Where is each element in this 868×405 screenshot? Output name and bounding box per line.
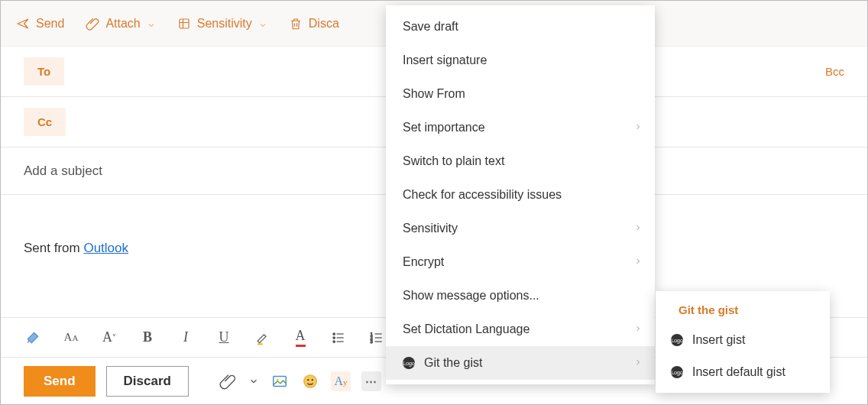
menu-item-label: Sensitivity xyxy=(403,222,458,235)
more-options-button[interactable]: ⋯ xyxy=(361,371,381,391)
submenu-item-insert-default-gist[interactable]: LogoInsert default gist xyxy=(656,356,830,388)
discard-button[interactable]: Discard xyxy=(106,366,189,397)
bullet-list-button[interactable] xyxy=(329,329,348,347)
submenu-title: Git the gist xyxy=(656,299,830,324)
menu-item-label: Save draft xyxy=(403,20,458,34)
more-options-menu: Save draftInsert signatureShow FromSet i… xyxy=(386,5,655,384)
compose-window: Send Attach Sensitivity Disca xyxy=(0,0,868,405)
menu-item-label: Show message options... xyxy=(403,289,539,303)
discard-label-top: Disca xyxy=(309,17,339,31)
svg-text:3: 3 xyxy=(371,339,373,343)
sensitivity-icon xyxy=(177,17,191,31)
trash-icon xyxy=(289,17,303,31)
menu-item-encrypt[interactable]: Encrypt xyxy=(386,245,655,279)
toggle-format-icon[interactable]: Ay xyxy=(331,371,351,391)
signature-prefix: Sent from xyxy=(24,241,83,255)
menu-item-switch-to-plain-text[interactable]: Switch to plain text xyxy=(386,144,655,178)
send-label-top: Send xyxy=(36,17,64,31)
svg-point-2 xyxy=(333,336,335,339)
menu-item-git-the-gist[interactable]: LogoGit the gist xyxy=(386,346,655,380)
menu-item-label: Switch to plain text xyxy=(403,154,504,168)
attach-button[interactable]: Attach xyxy=(86,17,155,31)
addin-logo-icon: Logo xyxy=(671,366,683,378)
bold-button[interactable]: B xyxy=(138,329,157,347)
submenu-item-label: Insert default gist xyxy=(692,365,785,379)
chevron-right-icon xyxy=(633,255,643,269)
menu-item-sensitivity[interactable]: Sensitivity xyxy=(386,212,655,245)
chevron-down-icon xyxy=(258,19,267,28)
send-button-top[interactable]: Send xyxy=(16,17,64,31)
font-size-icon[interactable]: A˅ xyxy=(100,329,118,347)
addin-logo-icon: Logo xyxy=(403,357,415,369)
font-color-button[interactable]: A xyxy=(291,329,309,347)
chevron-right-icon xyxy=(633,222,643,235)
svg-point-1 xyxy=(333,332,335,335)
svg-point-3 xyxy=(333,340,335,342)
send-button[interactable]: Send xyxy=(24,366,96,397)
menu-item-set-importance[interactable]: Set importance xyxy=(386,111,655,144)
addin-logo-icon: Logo xyxy=(671,334,683,346)
chevron-right-icon xyxy=(633,121,643,134)
font-icon[interactable]: AA xyxy=(62,329,80,347)
send-icon xyxy=(16,17,30,31)
emoji-icon[interactable] xyxy=(300,371,320,391)
chevron-right-icon xyxy=(633,356,643,370)
sensitivity-label: Sensitivity xyxy=(197,17,252,31)
menu-item-insert-signature[interactable]: Insert signature xyxy=(386,44,655,77)
menu-item-label: Git the gist xyxy=(424,356,482,370)
bcc-link[interactable]: Bcc xyxy=(825,65,844,78)
highlight-button[interactable] xyxy=(253,329,271,347)
menu-item-save-draft[interactable]: Save draft xyxy=(386,10,655,44)
menu-item-check-for-accessibility-issues[interactable]: Check for accessibility issues xyxy=(386,178,655,212)
menu-item-label: Show From xyxy=(403,87,465,101)
format-painter-icon[interactable] xyxy=(24,329,42,347)
chevron-down-icon[interactable] xyxy=(248,371,259,391)
to-chip[interactable]: To xyxy=(24,57,64,86)
outlook-link[interactable]: Outlook xyxy=(83,241,128,255)
attach-label: Attach xyxy=(105,17,140,31)
menu-item-label: Check for accessibility issues xyxy=(403,188,562,202)
menu-item-show-message-options[interactable]: Show message options... xyxy=(386,279,655,313)
svg-point-9 xyxy=(304,374,317,387)
chevron-down-icon xyxy=(147,19,156,28)
discard-button-top[interactable]: Disca xyxy=(289,17,339,31)
cc-chip[interactable]: Cc xyxy=(24,108,66,136)
menu-item-set-dictation-language[interactable]: Set Dictation Language xyxy=(386,313,655,346)
menu-item-show-from[interactable]: Show From xyxy=(386,77,655,111)
attach-icon-bottom[interactable] xyxy=(218,371,238,391)
menu-item-label: Insert signature xyxy=(403,53,487,67)
menu-item-label: Set Dictation Language xyxy=(403,322,530,336)
numbered-list-button[interactable]: 123 xyxy=(368,329,386,347)
svg-point-10 xyxy=(307,379,309,381)
chevron-right-icon xyxy=(633,322,643,336)
attach-icon xyxy=(86,17,99,31)
underline-button[interactable]: U xyxy=(215,329,233,347)
sensitivity-button[interactable]: Sensitivity xyxy=(177,17,267,31)
svg-point-11 xyxy=(312,379,313,381)
menu-item-label: Encrypt xyxy=(403,255,444,269)
submenu-item-insert-gist[interactable]: LogoInsert gist xyxy=(656,324,830,356)
submenu-item-label: Insert gist xyxy=(692,333,745,347)
menu-item-label: Set importance xyxy=(403,121,485,134)
insert-picture-icon[interactable] xyxy=(270,371,290,391)
italic-button[interactable]: I xyxy=(177,329,195,347)
git-the-gist-submenu: Git the gist LogoInsert gistLogoInsert d… xyxy=(656,291,830,393)
svg-rect-0 xyxy=(180,19,189,28)
